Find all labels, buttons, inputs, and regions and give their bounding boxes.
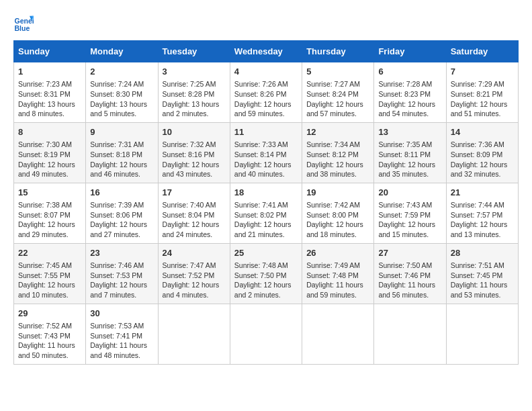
calendar-cell: 22Sunrise: 7:45 AM Sunset: 7:55 PM Dayli…: [14, 243, 86, 304]
day-number: 8: [18, 126, 81, 138]
calendar-cell: 24Sunrise: 7:47 AM Sunset: 7:52 PM Dayli…: [158, 243, 230, 304]
day-info: Sunrise: 7:23 AM Sunset: 8:31 PM Dayligh…: [18, 79, 81, 119]
calendar-cell: 28Sunrise: 7:51 AM Sunset: 7:45 PM Dayli…: [446, 243, 518, 304]
day-info: Sunrise: 7:27 AM Sunset: 8:24 PM Dayligh…: [306, 79, 369, 119]
calendar-table: SundayMondayTuesdayWednesdayThursdayFrid…: [13, 40, 519, 365]
day-info: Sunrise: 7:38 AM Sunset: 8:07 PM Dayligh…: [18, 200, 81, 240]
day-info: Sunrise: 7:32 AM Sunset: 8:16 PM Dayligh…: [163, 140, 226, 179]
page-header: General Blue: [13, 13, 519, 34]
day-info: Sunrise: 7:48 AM Sunset: 7:50 PM Dayligh…: [234, 261, 298, 300]
calendar-week-1: 1Sunrise: 7:23 AM Sunset: 8:31 PM Daylig…: [14, 62, 519, 123]
calendar-header-row: SundayMondayTuesdayWednesdayThursdayFrid…: [14, 41, 519, 62]
day-info: Sunrise: 7:44 AM Sunset: 7:57 PM Dayligh…: [451, 200, 514, 240]
calendar-cell: 14Sunrise: 7:36 AM Sunset: 8:09 PM Dayli…: [446, 122, 518, 183]
calendar-week-2: 8Sunrise: 7:30 AM Sunset: 8:19 PM Daylig…: [14, 122, 519, 183]
calendar-cell: 26Sunrise: 7:49 AM Sunset: 7:48 PM Dayli…: [302, 243, 374, 304]
logo-icon: General Blue: [13, 13, 34, 34]
calendar-cell: [230, 304, 302, 364]
day-number: 11: [234, 126, 298, 138]
day-number: 30: [90, 308, 153, 320]
day-number: 21: [451, 187, 514, 199]
day-info: Sunrise: 7:51 AM Sunset: 7:45 PM Dayligh…: [451, 261, 514, 300]
day-info: Sunrise: 7:52 AM Sunset: 7:43 PM Dayligh…: [18, 321, 81, 361]
day-number: 3: [163, 66, 226, 78]
day-info: Sunrise: 7:34 AM Sunset: 8:12 PM Dayligh…: [306, 140, 369, 179]
day-number: 19: [306, 187, 369, 199]
calendar-cell: 12Sunrise: 7:34 AM Sunset: 8:12 PM Dayli…: [302, 122, 374, 183]
calendar-cell: 19Sunrise: 7:42 AM Sunset: 8:00 PM Dayli…: [302, 183, 374, 243]
day-info: Sunrise: 7:28 AM Sunset: 8:23 PM Dayligh…: [378, 79, 441, 119]
day-number: 25: [234, 247, 298, 259]
day-number: 13: [378, 126, 441, 138]
day-number: 16: [90, 187, 153, 199]
calendar-cell: 30Sunrise: 7:53 AM Sunset: 7:41 PM Dayli…: [86, 304, 158, 364]
day-info: Sunrise: 7:39 AM Sunset: 8:06 PM Dayligh…: [90, 200, 153, 240]
calendar-cell: 2Sunrise: 7:24 AM Sunset: 8:30 PM Daylig…: [86, 62, 158, 123]
calendar-cell: [374, 304, 446, 364]
column-header-wednesday: Wednesday: [230, 41, 302, 62]
day-info: Sunrise: 7:35 AM Sunset: 8:11 PM Dayligh…: [378, 140, 441, 179]
calendar-cell: 27Sunrise: 7:50 AM Sunset: 7:46 PM Dayli…: [374, 243, 446, 304]
column-header-friday: Friday: [374, 41, 446, 62]
day-number: 12: [306, 126, 369, 138]
day-info: Sunrise: 7:46 AM Sunset: 7:53 PM Dayligh…: [90, 261, 153, 300]
calendar-week-4: 22Sunrise: 7:45 AM Sunset: 7:55 PM Dayli…: [14, 243, 519, 304]
column-header-monday: Monday: [86, 41, 158, 62]
calendar-cell: 5Sunrise: 7:27 AM Sunset: 8:24 PM Daylig…: [302, 62, 374, 123]
calendar-cell: 10Sunrise: 7:32 AM Sunset: 8:16 PM Dayli…: [158, 122, 230, 183]
calendar-cell: 17Sunrise: 7:40 AM Sunset: 8:04 PM Dayli…: [158, 183, 230, 243]
day-number: 1: [18, 66, 81, 78]
day-number: 27: [378, 247, 441, 259]
day-number: 24: [163, 247, 226, 259]
day-number: 2: [90, 66, 153, 78]
day-number: 4: [234, 66, 298, 78]
calendar-cell: 21Sunrise: 7:44 AM Sunset: 7:57 PM Dayli…: [446, 183, 518, 243]
column-header-sunday: Sunday: [14, 41, 86, 62]
day-info: Sunrise: 7:29 AM Sunset: 8:21 PM Dayligh…: [451, 79, 514, 119]
day-info: Sunrise: 7:49 AM Sunset: 7:48 PM Dayligh…: [306, 261, 369, 300]
day-info: Sunrise: 7:42 AM Sunset: 8:00 PM Dayligh…: [306, 200, 369, 240]
day-number: 20: [378, 187, 441, 199]
day-number: 14: [451, 126, 514, 138]
day-number: 28: [451, 247, 514, 259]
column-header-tuesday: Tuesday: [158, 41, 230, 62]
day-info: Sunrise: 7:47 AM Sunset: 7:52 PM Dayligh…: [163, 261, 226, 300]
calendar-cell: 9Sunrise: 7:31 AM Sunset: 8:18 PM Daylig…: [86, 122, 158, 183]
day-number: 23: [90, 247, 153, 259]
day-number: 29: [18, 308, 81, 320]
calendar-cell: 4Sunrise: 7:26 AM Sunset: 8:26 PM Daylig…: [230, 62, 302, 123]
calendar-cell: [446, 304, 518, 364]
column-header-thursday: Thursday: [302, 41, 374, 62]
calendar-cell: 20Sunrise: 7:43 AM Sunset: 7:59 PM Dayli…: [374, 183, 446, 243]
calendar-body: 1Sunrise: 7:23 AM Sunset: 8:31 PM Daylig…: [14, 62, 519, 365]
column-header-saturday: Saturday: [446, 41, 518, 62]
day-info: Sunrise: 7:43 AM Sunset: 7:59 PM Dayligh…: [378, 200, 441, 240]
day-info: Sunrise: 7:36 AM Sunset: 8:09 PM Dayligh…: [451, 140, 514, 179]
calendar-cell: 8Sunrise: 7:30 AM Sunset: 8:19 PM Daylig…: [14, 122, 86, 183]
calendar-cell: 3Sunrise: 7:25 AM Sunset: 8:28 PM Daylig…: [158, 62, 230, 123]
calendar-cell: 25Sunrise: 7:48 AM Sunset: 7:50 PM Dayli…: [230, 243, 302, 304]
calendar-cell: 23Sunrise: 7:46 AM Sunset: 7:53 PM Dayli…: [86, 243, 158, 304]
day-number: 22: [18, 247, 81, 259]
calendar-cell: [302, 304, 374, 364]
calendar-cell: 16Sunrise: 7:39 AM Sunset: 8:06 PM Dayli…: [86, 183, 158, 243]
calendar-cell: 15Sunrise: 7:38 AM Sunset: 8:07 PM Dayli…: [14, 183, 86, 243]
day-info: Sunrise: 7:40 AM Sunset: 8:04 PM Dayligh…: [163, 200, 226, 240]
day-number: 17: [163, 187, 226, 199]
day-info: Sunrise: 7:45 AM Sunset: 7:55 PM Dayligh…: [18, 261, 81, 300]
day-info: Sunrise: 7:30 AM Sunset: 8:19 PM Dayligh…: [18, 140, 81, 179]
day-number: 7: [451, 66, 514, 78]
calendar-week-5: 29Sunrise: 7:52 AM Sunset: 7:43 PM Dayli…: [14, 304, 519, 364]
calendar-cell: 11Sunrise: 7:33 AM Sunset: 8:14 PM Dayli…: [230, 122, 302, 183]
day-info: Sunrise: 7:26 AM Sunset: 8:26 PM Dayligh…: [234, 79, 298, 119]
day-info: Sunrise: 7:50 AM Sunset: 7:46 PM Dayligh…: [378, 261, 441, 300]
day-number: 6: [378, 66, 441, 78]
day-info: Sunrise: 7:33 AM Sunset: 8:14 PM Dayligh…: [234, 140, 298, 179]
day-info: Sunrise: 7:24 AM Sunset: 8:30 PM Dayligh…: [90, 79, 153, 119]
calendar-cell: 7Sunrise: 7:29 AM Sunset: 8:21 PM Daylig…: [446, 62, 518, 123]
calendar-cell: 13Sunrise: 7:35 AM Sunset: 8:11 PM Dayli…: [374, 122, 446, 183]
day-number: 10: [163, 126, 226, 138]
day-number: 26: [306, 247, 369, 259]
day-info: Sunrise: 7:41 AM Sunset: 8:02 PM Dayligh…: [234, 200, 298, 240]
logo: General Blue: [13, 13, 36, 34]
